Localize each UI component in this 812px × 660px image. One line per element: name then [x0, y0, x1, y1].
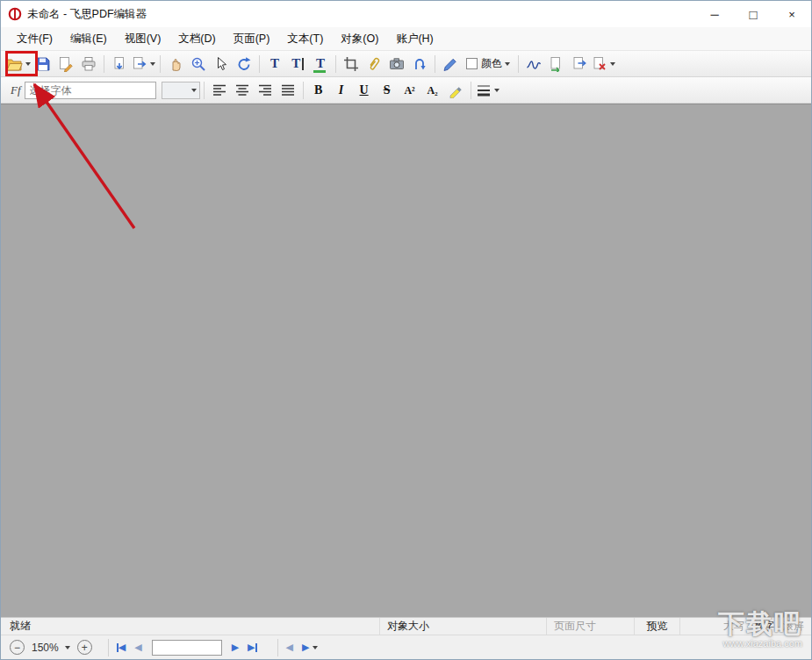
menu-view[interactable]: 视图(V)	[116, 28, 170, 50]
app-window: 未命名 - 飞思PDF编辑器 ─ □ × 文件(F) 编辑(E) 视图(V) 文…	[0, 0, 812, 660]
menu-page[interactable]: 页面(P)	[225, 28, 279, 50]
align-left-button[interactable]	[209, 80, 230, 101]
bold-icon: B	[314, 84, 322, 97]
font-size-combo[interactable]	[162, 82, 200, 99]
italic-button[interactable]: I	[331, 80, 352, 101]
maximize-button[interactable]: □	[734, 1, 772, 27]
status-object-size: 对象大小	[379, 618, 546, 635]
menu-file[interactable]: 文件(F)	[8, 28, 61, 50]
title-bar[interactable]: 未命名 - 飞思PDF编辑器 ─ □ ×	[1, 1, 811, 27]
last-page-button[interactable]: ▶	[248, 642, 256, 652]
font-family-input[interactable]	[25, 82, 156, 99]
save-button[interactable]	[32, 54, 54, 75]
document-canvas[interactable]	[1, 104, 811, 617]
first-page-button[interactable]: ◀	[117, 642, 126, 652]
save-icon	[35, 56, 51, 72]
u-turn-arrow-icon	[412, 56, 428, 72]
page-delete-button[interactable]	[592, 54, 615, 75]
status-lock-indicators: 大写 数字 滚屏	[679, 618, 811, 635]
line-style-dropdown-icon[interactable]	[494, 89, 499, 92]
first-page-arrow-icon: ◀	[119, 642, 126, 652]
signature-button[interactable]	[523, 54, 544, 75]
align-right-icon	[257, 82, 273, 98]
add-text-button[interactable]: T	[264, 54, 285, 75]
status-ready: 就绪	[1, 618, 379, 635]
highlight-button[interactable]	[445, 80, 466, 101]
print-button[interactable]	[78, 54, 99, 75]
page-insert-button[interactable]	[546, 54, 567, 75]
view-forward-button[interactable]: ▶	[302, 642, 317, 652]
bold-button[interactable]: B	[308, 80, 329, 101]
minimize-button[interactable]: ─	[695, 1, 734, 27]
crop-button[interactable]	[341, 54, 362, 75]
zoom-out-button[interactable]: −	[10, 640, 25, 655]
color-picker-button[interactable]: 颜色	[463, 54, 514, 75]
font-badge-icon: Ff	[11, 83, 21, 97]
attach-file-button[interactable]	[363, 54, 384, 75]
open-dropdown-icon[interactable]	[25, 62, 31, 66]
next-page-arrow-icon: ▶	[232, 642, 239, 652]
text-style-button[interactable]: T	[310, 54, 331, 75]
crop-icon	[343, 56, 359, 72]
close-button[interactable]: ×	[772, 1, 811, 27]
view-forward-arrow-icon: ▶	[302, 642, 309, 652]
edit-text-button[interactable]: T	[287, 54, 308, 75]
text-cursor-icon	[302, 58, 304, 70]
menu-edit[interactable]: 编辑(E)	[61, 28, 116, 50]
import-document-button[interactable]	[109, 54, 130, 75]
text-style-underline-icon	[313, 70, 326, 73]
toolbar-separator	[160, 55, 161, 73]
align-right-button[interactable]	[255, 80, 276, 101]
toolbar-separator	[471, 82, 471, 99]
align-justify-button[interactable]	[277, 80, 298, 101]
status-page-size: 页面尺寸	[546, 618, 634, 635]
bottom-bar: − 150% + ◀ ◀ ▶ ▶ ◀ ▶	[1, 635, 811, 659]
zoom-level-value: 150%	[32, 642, 59, 654]
snapshot-button[interactable]	[386, 54, 407, 75]
menu-object[interactable]: 对象(O)	[332, 28, 387, 50]
export-document-button[interactable]	[132, 54, 155, 75]
hand-icon	[168, 56, 183, 72]
subscript-icon: A₂	[427, 85, 437, 96]
next-page-button[interactable]: ▶	[232, 642, 239, 652]
page-import-icon	[111, 56, 127, 72]
underline-button[interactable]: U	[354, 80, 375, 101]
menu-document[interactable]: 文档(D)	[169, 28, 224, 50]
menu-text[interactable]: 文本(T)	[278, 28, 332, 50]
superscript-button[interactable]: A²	[399, 80, 420, 101]
open-button[interactable]	[6, 54, 31, 75]
export-dropdown-icon[interactable]	[150, 62, 155, 66]
line-style-button[interactable]	[476, 80, 499, 101]
zoom-dropdown-icon[interactable]	[65, 646, 70, 649]
font-size-dropdown-icon[interactable]	[191, 89, 197, 92]
hand-tool-button[interactable]	[165, 54, 186, 75]
paperclip-icon	[366, 56, 382, 72]
status-preview-button[interactable]: 预览	[634, 618, 679, 635]
zoom-level-combo[interactable]: 150%	[32, 642, 70, 654]
subscript-button[interactable]: A₂	[422, 80, 443, 101]
zoom-in-button[interactable]: +	[77, 640, 92, 655]
curve-tool-button[interactable]	[409, 54, 430, 75]
prev-page-button[interactable]: ◀	[134, 642, 141, 652]
color-dropdown-icon[interactable]	[505, 62, 510, 66]
zoom-tool-button[interactable]	[188, 54, 209, 75]
text-edit-icon: T	[291, 57, 300, 70]
menu-bar: 文件(F) 编辑(E) 视图(V) 文档(D) 页面(P) 文本(T) 对象(O…	[1, 27, 811, 51]
align-center-button[interactable]	[232, 80, 253, 101]
rotate-tool-button[interactable]	[234, 54, 255, 75]
menu-account[interactable]: 账户(H)	[387, 28, 442, 50]
edit-document-button[interactable]	[55, 54, 76, 75]
select-tool-button[interactable]	[211, 54, 232, 75]
toolbar-separator	[108, 639, 109, 656]
pen-tool-button[interactable]	[440, 54, 461, 75]
view-back-button[interactable]: ◀	[286, 642, 293, 652]
color-label: 颜色	[481, 56, 502, 71]
page-number-input[interactable]	[152, 640, 222, 656]
page-extract-button[interactable]	[569, 54, 590, 75]
strikethrough-icon: S	[384, 84, 391, 97]
view-back-arrow-icon: ◀	[286, 642, 293, 652]
view-history-dropdown-icon[interactable]	[313, 646, 318, 649]
page-delete-dropdown-icon[interactable]	[610, 62, 615, 66]
page-extract-icon	[571, 56, 587, 72]
strikethrough-button[interactable]: S	[377, 80, 398, 101]
